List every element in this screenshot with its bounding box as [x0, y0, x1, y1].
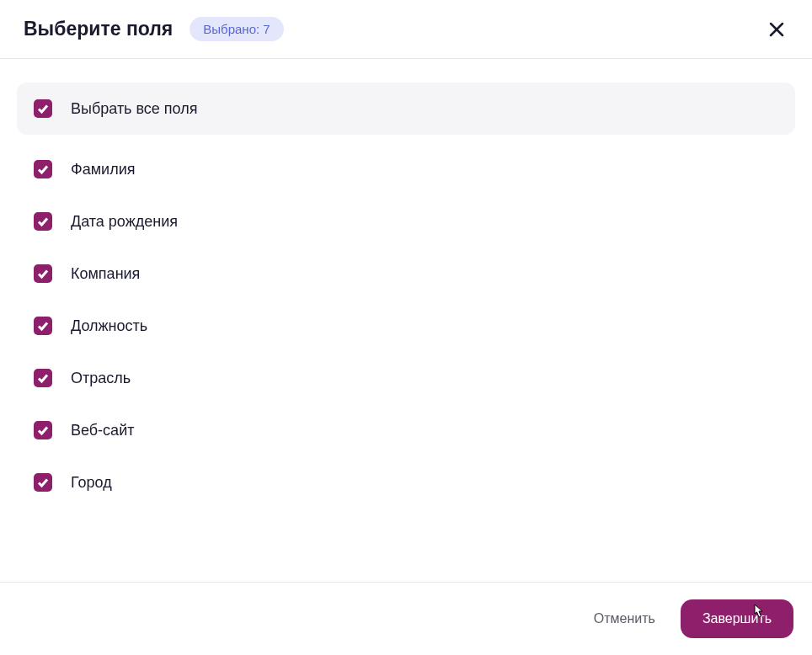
close-button[interactable]	[765, 18, 788, 41]
field-row[interactable]: Фамилия	[17, 143, 795, 195]
checkbox[interactable]	[34, 473, 52, 492]
dialog-title: Выберите поля	[24, 18, 173, 40]
close-icon	[769, 22, 784, 37]
check-icon	[37, 163, 49, 175]
select-all-label: Выбрать все поля	[71, 100, 198, 118]
field-label: Должность	[71, 317, 147, 335]
field-label: Компания	[71, 265, 140, 283]
field-row[interactable]: Компания	[17, 248, 795, 300]
checkbox[interactable]	[34, 317, 52, 335]
field-label: Веб-сайт	[71, 422, 134, 439]
checkbox-select-all[interactable]	[34, 99, 52, 118]
checkbox[interactable]	[34, 264, 52, 283]
checkbox[interactable]	[34, 421, 52, 439]
check-icon	[37, 372, 49, 384]
cancel-button[interactable]: Отменить	[587, 603, 662, 635]
field-row[interactable]: Должность	[17, 300, 795, 352]
field-label: Дата рождения	[71, 213, 178, 231]
field-label: Фамилия	[71, 161, 135, 178]
dialog-footer: Отменить Завершить	[0, 582, 812, 655]
field-label: Город	[71, 474, 112, 492]
submit-button[interactable]: Завершить	[681, 599, 793, 638]
check-icon	[37, 268, 49, 280]
field-row[interactable]: Веб-сайт	[17, 404, 795, 456]
fields-list: Выбрать все поля Фамилия Дата рождения К…	[0, 59, 812, 525]
field-row[interactable]: Город	[17, 456, 795, 509]
field-label: Отрасль	[71, 370, 131, 387]
check-icon	[37, 216, 49, 227]
check-icon	[37, 424, 49, 436]
checkbox[interactable]	[34, 160, 52, 178]
selected-count-badge: Выбрано: 7	[190, 17, 283, 41]
checkbox[interactable]	[34, 212, 52, 231]
check-icon	[37, 320, 49, 332]
check-icon	[37, 477, 49, 488]
checkbox[interactable]	[34, 369, 52, 387]
dialog-header: Выберите поля Выбрано: 7	[0, 0, 812, 59]
select-all-row[interactable]: Выбрать все поля	[17, 83, 795, 135]
field-row[interactable]: Дата рождения	[17, 195, 795, 248]
field-row[interactable]: Отрасль	[17, 352, 795, 404]
check-icon	[37, 103, 49, 114]
